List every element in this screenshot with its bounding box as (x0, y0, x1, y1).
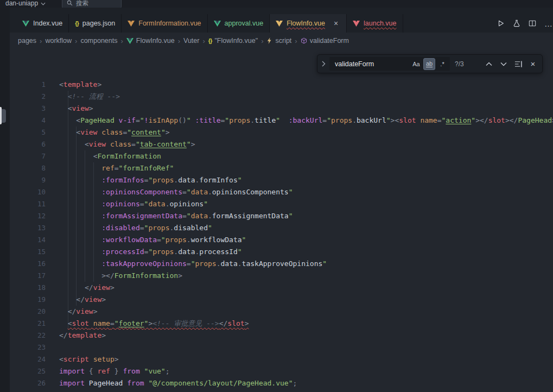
code-line[interactable]: 25import { ref } from "vue"; (10, 365, 553, 377)
code-text: :formAssignmentData="data.formAssignment… (46, 210, 293, 222)
code-line[interactable]: 6 <view class="tab-content"> (10, 138, 553, 150)
code-line[interactable]: 26import PageHead from "@/components/lay… (10, 377, 553, 389)
code-line[interactable]: 10 :opinionsComponents="data.opinionsCom… (10, 186, 553, 198)
breadcrumb-item-workflow[interactable]: workflow (45, 37, 72, 45)
find-input-wrap: Aa ab .* (329, 57, 450, 71)
code-line[interactable]: 13 :disabled="props.disabled" (10, 222, 553, 234)
breadcrumb-item-script[interactable]: script (266, 37, 292, 45)
code-line[interactable]: 23 (10, 342, 553, 353)
line-number[interactable]: 8 (10, 162, 46, 174)
code-line[interactable]: 9 :formInfos="props.data.formInfos" (10, 174, 553, 186)
code-line[interactable]: 16 :taskApproveOpinions="props.data.task… (10, 258, 553, 270)
breadcrumb-item-pages[interactable]: pages (17, 37, 37, 45)
find-input[interactable] (334, 60, 410, 68)
vue-icon (126, 38, 134, 44)
line-number[interactable]: 12 (10, 210, 46, 222)
line-number[interactable]: 6 (10, 138, 46, 150)
line-number[interactable]: 1 (10, 79, 46, 91)
code-line[interactable]: 17 ></FormInformation> (10, 270, 553, 282)
breadcrumb-label: pages (18, 37, 36, 45)
code-line[interactable]: 12 :formAssignmentData="data.formAssignm… (10, 210, 553, 222)
code-area[interactable]: 1<template>2 <!-- 流程 -->3 <view>4 <PageH… (10, 49, 553, 389)
next-match-icon[interactable] (499, 59, 508, 69)
sidebar-sliver[interactable] (0, 8, 10, 392)
line-number[interactable]: 15 (10, 246, 46, 258)
code-line[interactable]: 21 <slot name="footer"><!-- 审批意见 --></sl… (10, 318, 553, 330)
breadcrumb-item-Vuter[interactable]: Vuter (183, 37, 200, 45)
code-text: </view> (46, 306, 97, 318)
line-number[interactable]: 22 (10, 330, 46, 342)
line-number[interactable]: 19 (10, 294, 46, 306)
tab-FormInformation.vue[interactable]: FormInformation.vue (122, 14, 207, 33)
line-number[interactable]: 13 (10, 222, 46, 234)
code-line[interactable]: 5 <view class="content"> (10, 127, 553, 138)
breadcrumb-item-components[interactable]: components (80, 37, 118, 45)
code-line[interactable]: 22</template> (10, 330, 553, 342)
regex-toggle[interactable]: .* (436, 58, 448, 70)
match-case-toggle[interactable]: Aa (410, 58, 422, 70)
code-line[interactable]: 19 </view> (10, 294, 553, 306)
tab-Index.vue[interactable]: Index.vue (16, 14, 69, 33)
line-number[interactable]: 11 (10, 198, 46, 210)
code-line[interactable]: 24<script setup> (10, 353, 553, 365)
line-number[interactable]: 17 (10, 270, 46, 282)
line-number[interactable]: 7 (10, 150, 46, 162)
line-number[interactable]: 14 (10, 234, 46, 246)
split-editor-icon[interactable] (529, 20, 536, 27)
code-line[interactable]: 15 :processId="props.data.processId" (10, 246, 553, 258)
more-actions-icon[interactable]: … (544, 19, 553, 28)
code-line[interactable]: 8 ref="formInfoRef" (10, 162, 553, 174)
code-line[interactable]: 20 </view> (10, 306, 553, 318)
line-number[interactable]: 5 (10, 127, 46, 138)
code-line[interactable]: 7 <FormInformation (10, 150, 553, 162)
vue-icon (22, 21, 29, 27)
project-menu[interactable]: dan-uniapp (2, 0, 49, 7)
tab-launch.vue[interactable]: launch.vue (347, 14, 403, 33)
line-number[interactable]: 16 (10, 258, 46, 270)
sidebar-scroll-thumb[interactable] (1, 109, 6, 123)
tab-FlowInfo.vue[interactable]: FlowInfo.vue× (270, 14, 347, 33)
line-number[interactable]: 9 (10, 174, 46, 186)
code-text: <view> (46, 103, 93, 115)
line-number[interactable]: 25 (10, 365, 46, 377)
code-line[interactable]: 4 <PageHead v-if="!isInApp()" :title="pr… (10, 115, 553, 127)
line-number[interactable]: 26 (10, 377, 46, 389)
breadcrumb-item-FlowInfo.vue[interactable]: {}"FlowInfo.vue" (208, 37, 258, 45)
tab-close-icon[interactable]: × (332, 19, 340, 28)
code-line[interactable]: 14 :workflowData="props.workflowData" (10, 234, 553, 246)
code-editor[interactable]: Aa ab .* ?/3 × (10, 49, 553, 392)
previous-match-icon[interactable] (484, 59, 494, 69)
find-match-count: ?/3 (455, 60, 464, 68)
find-in-selection-icon[interactable] (513, 59, 523, 69)
code-text: </view> (46, 282, 115, 294)
code-text: <template> (46, 79, 101, 91)
whole-word-toggle[interactable]: ab (423, 58, 435, 70)
code-line[interactable]: 3 <view> (10, 103, 553, 115)
code-line[interactable]: 11 :opinions="data.opinions" (10, 198, 553, 210)
line-number[interactable]: 20 (10, 306, 46, 318)
code-text: ref="formInfoRef" (46, 162, 174, 174)
code-line[interactable]: 18 </view> (10, 282, 553, 294)
close-icon[interactable]: × (528, 59, 538, 69)
line-number[interactable]: 3 (10, 103, 46, 115)
line-number[interactable]: 4 (10, 115, 46, 127)
toggle-replace-icon[interactable] (320, 61, 327, 67)
tab-approval.vue[interactable]: approval.vue (208, 14, 270, 33)
line-number[interactable]: 18 (10, 282, 46, 294)
line-number[interactable]: 23 (10, 342, 46, 353)
code-line[interactable]: 1<template> (10, 79, 553, 91)
tab-pages.json[interactable]: {}pages.json (69, 14, 122, 33)
code-line[interactable]: 2 <!-- 流程 --> (10, 91, 553, 103)
line-number[interactable]: 2 (10, 91, 46, 103)
line-number[interactable]: 21 (10, 318, 46, 330)
tab-bar: Index.vue{}pages.jsonFormInformation.vue… (10, 8, 553, 33)
breadcrumb-separator: › (261, 37, 263, 45)
run-button[interactable] (497, 20, 505, 27)
breadcrumb-label: workflow (45, 37, 72, 45)
breadcrumb-item-FlowInfo.vue[interactable]: FlowInfo.vue (126, 37, 175, 45)
line-number[interactable]: 10 (10, 186, 46, 198)
test-flask-icon[interactable] (513, 20, 520, 27)
breadcrumb-item-validateForm[interactable]: validateForm (300, 37, 349, 45)
global-search-box[interactable]: 搜索 (62, 0, 122, 8)
line-number[interactable]: 24 (10, 353, 46, 365)
